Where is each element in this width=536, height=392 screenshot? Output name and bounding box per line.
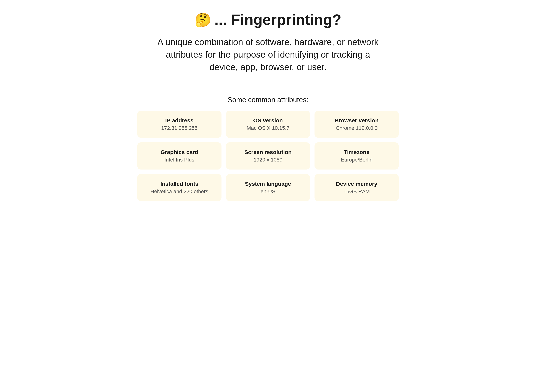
title-section: 🤔 ... Fingerprinting? A unique combinati… [156,11,380,89]
attribute-value-screen-resolution: 1920 x 1080 [254,157,282,163]
attribute-value-timezone: Europe/Berlin [341,157,373,163]
attribute-label-system-language: System language [245,181,291,187]
attribute-label-ip-address: IP address [165,117,193,124]
attribute-label-timezone: Timezone [344,149,370,155]
attribute-card-ip-address: IP address172.31.255.255 [137,111,221,138]
attribute-label-installed-fonts: Installed fonts [160,181,198,187]
page-title: ... Fingerprinting? [214,11,341,28]
attribute-card-installed-fonts: Installed fontsHelvetica and 220 others [137,174,221,201]
subtitle-text: A unique combination of software, hardwa… [156,36,380,74]
attribute-label-browser-version: Browser version [335,117,378,124]
attribute-card-os-version: OS versionMac OS X 10.15.7 [226,111,310,138]
attribute-value-system-language: en-US [261,189,275,195]
attribute-label-screen-resolution: Screen resolution [244,149,292,155]
title-row: 🤔 ... Fingerprinting? [156,11,380,28]
attribute-value-installed-fonts: Helvetica and 220 others [150,189,208,195]
attribute-value-graphics-card: Intel Iris Plus [164,157,194,163]
attributes-grid: IP address172.31.255.255OS versionMac OS… [137,111,399,201]
attribute-value-device-memory: 16GB RAM [344,189,370,195]
attributes-section: Some common attributes: IP address172.31… [137,96,399,201]
attribute-card-system-language: System languageen-US [226,174,310,201]
thinking-emoji: 🤔 [195,13,211,27]
attribute-value-os-version: Mac OS X 10.15.7 [247,125,289,131]
attribute-label-graphics-card: Graphics card [160,149,198,155]
attribute-card-browser-version: Browser versionChrome 112.0.0.0 [315,111,399,138]
attribute-card-screen-resolution: Screen resolution1920 x 1080 [226,142,310,169]
attribute-value-ip-address: 172.31.255.255 [161,125,198,131]
attribute-card-graphics-card: Graphics cardIntel Iris Plus [137,142,221,169]
attribute-label-os-version: OS version [253,117,283,124]
attribute-card-device-memory: Device memory16GB RAM [315,174,399,201]
attributes-heading: Some common attributes: [137,96,399,104]
attribute-label-device-memory: Device memory [336,181,378,187]
attribute-card-timezone: TimezoneEurope/Berlin [315,142,399,169]
attribute-value-browser-version: Chrome 112.0.0.0 [336,125,378,131]
